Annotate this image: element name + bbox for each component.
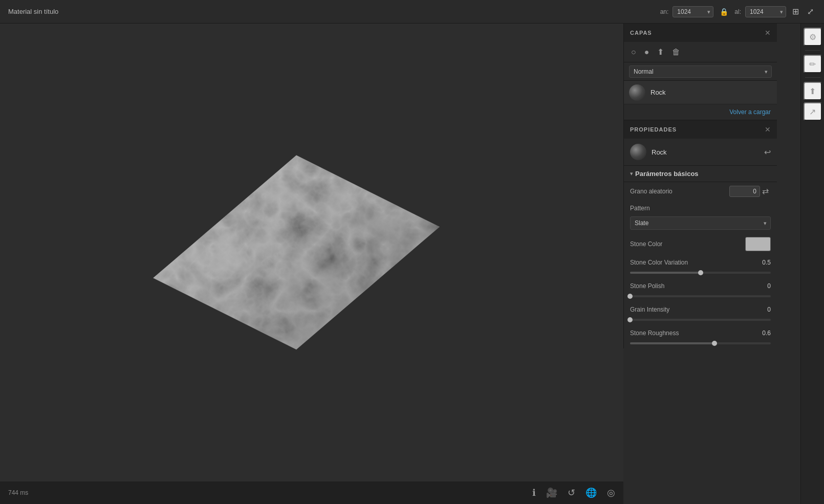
export-toolbar-icon[interactable]: ⬆ [804,82,822,100]
stone-color-variation-value: 0.5 [762,259,771,266]
stone-polish-value: 0 [767,282,771,290]
pattern-label: Pattern [630,205,771,212]
layer-thumbnail [629,84,645,101]
pattern-label-row: Pattern [624,200,777,216]
share-toolbar-icon[interactable]: ↗ [804,102,822,121]
capas-close-button[interactable]: ✕ [765,29,771,37]
width-label: an: [660,8,669,15]
refresh-icon[interactable]: ↺ [568,487,575,498]
stone-roughness-thumb[interactable] [712,341,717,346]
undo-button[interactable]: ↩ [764,147,771,157]
circle-filled-icon-btn[interactable]: ● [642,46,652,59]
stone-color-variation-row: Stone Color Variation 0.5 [624,254,777,271]
grano-row: Grano aleatorio ⇄ [624,182,777,200]
capas-panel: CAPAS ✕ ○ ● ⬆ 🗑 Normal Multiply Screen [624,24,777,120]
lock-button[interactable]: 🔒 [718,7,730,17]
height-select[interactable]: 1024 512 2048 4096 [745,6,786,17]
height-dropdown-wrapper[interactable]: 1024 512 2048 4096 [745,6,786,17]
grain-intensity-row: Grain Intensity 0 [624,301,777,318]
bottom-icons: ℹ 🎥 ↺ 🌐 ◎ [532,487,615,498]
stone-color-variation-thumb[interactable] [698,270,703,275]
stone-color-variation-fill [630,272,701,274]
main-layout: 744 ms ℹ 🎥 ↺ 🌐 ◎ CAPAS ✕ ○ ● [0,24,824,504]
stone-color-variation-slider-track[interactable] [630,272,771,274]
grano-input[interactable] [729,186,760,197]
upload-icon-btn[interactable]: ⬆ [655,45,666,59]
stone-color-variation-label: Stone Color Variation [630,259,762,266]
stone-roughness-label: Stone Roughness [630,330,762,337]
stone-polish-slider-row [624,294,777,301]
stone-roughness-fill [630,342,714,344]
blend-mode-wrapper[interactable]: Normal Multiply Screen Overlay [629,65,772,78]
stone-polish-slider-track[interactable] [630,295,771,297]
section-basic-header[interactable]: ▾ Parámetros básicos [624,166,777,182]
grain-intensity-label: Grain Intensity [630,306,767,313]
pattern-select[interactable]: Slate Granite Marble Sandstone [630,216,771,230]
stone-color-variation-slider-row [624,271,777,278]
info-icon[interactable]: ℹ [532,487,536,498]
stone-polish-thumb[interactable] [627,294,633,299]
top-bar-controls: an: 1024 512 2048 4096 🔒 al: 1024 512 20… [660,5,816,18]
settings-toolbar-icon[interactable]: ⚙ [804,28,822,46]
stone-roughness-row: Stone Roughness 0.6 [624,325,777,341]
stone-polish-label: Stone Polish [630,282,767,290]
width-dropdown-wrapper[interactable]: 1024 512 2048 4096 [673,6,713,17]
layer-name: Rock [650,89,666,96]
stone-color-row: Stone Color [624,234,777,254]
pattern-dropdown-wrapper[interactable]: Slate Granite Marble Sandstone [630,216,771,230]
bottom-bar: 744 ms ℹ 🎥 ↺ 🌐 ◎ [0,481,623,504]
grain-intensity-slider-track[interactable] [630,319,771,321]
material-thumbnail [630,144,646,160]
stone-plane [143,145,450,361]
far-right-toolbar: ⚙ ✏ ⬆ ↗ [800,24,824,504]
props-material-row: Rock ↩ [624,139,777,166]
grain-intensity-thumb[interactable] [627,317,633,322]
stone-color-label: Stone Color [630,240,745,248]
reload-link[interactable]: Volver a cargar [624,104,777,120]
height-label: al: [734,8,741,15]
width-select[interactable]: 1024 512 2048 4096 [673,6,713,17]
material-name: Rock [652,148,759,156]
capas-title: CAPAS [630,30,652,36]
document-title: Material sin título [8,8,654,15]
blend-mode-select[interactable]: Normal Multiply Screen Overlay [629,65,772,78]
grid-icon-btn[interactable]: ⊞ [790,5,801,18]
pattern-select-row: Slate Granite Marble Sandstone [624,216,777,234]
toolbar-divider-1 [805,50,820,51]
viewport-area[interactable]: 744 ms ℹ 🎥 ↺ 🌐 ◎ [0,24,623,504]
stone-roughness-slider-track[interactable] [630,342,771,344]
right-panels-container: CAPAS ✕ ○ ● ⬆ 🗑 Normal Multiply Screen [623,24,800,504]
brush-toolbar-icon[interactable]: ✏ [804,55,822,73]
circle-icon-btn[interactable]: ○ [629,46,638,59]
toolbar-divider-2 [805,77,820,78]
section-toggle-icon: ▾ [630,170,633,177]
camera-icon[interactable]: 🎥 [546,487,557,498]
stone-polish-row: Stone Polish 0 [624,278,777,294]
capas-header: CAPAS ✕ [624,24,777,42]
shuffle-button[interactable]: ⇄ [760,185,771,197]
layer-item[interactable]: Rock [624,81,777,104]
props-title: PROPIEDADES [630,126,677,133]
props-close-button[interactable]: ✕ [765,125,771,134]
stone-color-swatch[interactable] [745,237,771,251]
capas-toolbar: ○ ● ⬆ 🗑 [624,42,777,62]
props-header: PROPIEDADES ✕ [624,120,777,139]
render-icon[interactable]: ◎ [607,487,615,498]
top-bar: Material sin título an: 1024 512 2048 40… [0,0,824,24]
render-timer: 744 ms [8,489,524,496]
globe-icon[interactable]: 🌐 [586,487,597,498]
expand-icon-btn[interactable]: ⤢ [805,5,816,18]
viewport-canvas [0,24,623,504]
grano-label: Grano aleatorio [630,188,729,195]
delete-layer-btn[interactable]: 🗑 [670,46,682,59]
right-panels: CAPAS ✕ ○ ● ⬆ 🗑 Normal Multiply Screen [623,24,777,348]
grain-intensity-slider-row [624,318,777,325]
blend-mode-row: Normal Multiply Screen Overlay [624,62,777,81]
stone-roughness-value: 0.6 [762,330,771,337]
props-panel: PROPIEDADES ✕ Rock ↩ ▾ Parámetros básico… [624,120,777,348]
svg-marker-2 [153,155,440,349]
section-basic-title: Parámetros básicos [635,170,699,178]
grain-intensity-value: 0 [767,306,771,313]
stone-roughness-slider-row [624,341,777,348]
